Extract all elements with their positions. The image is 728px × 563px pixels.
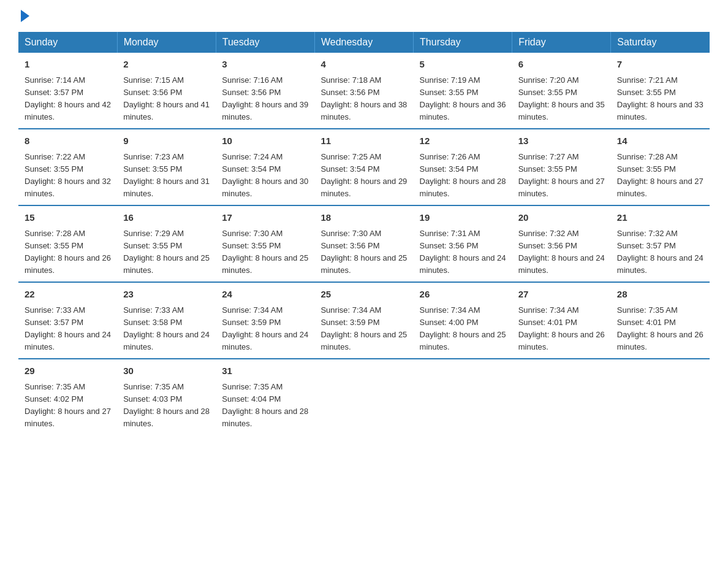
header-tuesday: Tuesday	[216, 32, 314, 53]
header-sunday: Sunday	[18, 32, 117, 53]
day-number: 19	[420, 211, 506, 225]
day-number: 8	[25, 134, 111, 148]
header-monday: Monday	[117, 32, 216, 53]
day-number: 29	[25, 364, 111, 378]
day-info: Sunrise: 7:33 AMSunset: 3:58 PMDaylight:…	[123, 304, 210, 354]
day-info: Sunrise: 7:23 AMSunset: 3:55 PMDaylight:…	[123, 151, 210, 201]
week-row-1: 1Sunrise: 7:14 AMSunset: 3:57 PMDaylight…	[18, 53, 710, 129]
day-info: Sunrise: 7:20 AMSunset: 3:55 PMDaylight:…	[518, 74, 605, 124]
day-info: Sunrise: 7:18 AMSunset: 3:56 PMDaylight:…	[320, 74, 407, 124]
day-number: 1	[25, 58, 111, 72]
day-info: Sunrise: 7:32 AMSunset: 3:56 PMDaylight:…	[518, 228, 605, 277]
day-info: Sunrise: 7:16 AMSunset: 3:56 PMDaylight:…	[222, 74, 308, 124]
week-row-4: 22Sunrise: 7:33 AMSunset: 3:57 PMDayligh…	[18, 282, 710, 359]
calendar-cell: 26Sunrise: 7:34 AMSunset: 4:00 PMDayligh…	[414, 282, 512, 359]
day-info: Sunrise: 7:15 AMSunset: 3:56 PMDaylight:…	[123, 74, 210, 124]
calendar-cell: 27Sunrise: 7:34 AMSunset: 4:01 PMDayligh…	[512, 282, 611, 359]
day-info: Sunrise: 7:29 AMSunset: 3:55 PMDaylight:…	[123, 228, 210, 277]
day-number: 6	[518, 58, 605, 72]
day-info: Sunrise: 7:25 AMSunset: 3:54 PMDaylight:…	[320, 151, 407, 201]
day-info: Sunrise: 7:28 AMSunset: 3:55 PMDaylight:…	[25, 228, 111, 277]
day-number: 14	[617, 134, 703, 148]
day-number: 18	[320, 211, 407, 225]
week-row-2: 8Sunrise: 7:22 AMSunset: 3:55 PMDaylight…	[18, 129, 710, 205]
week-row-5: 29Sunrise: 7:35 AMSunset: 4:02 PMDayligh…	[18, 359, 710, 435]
day-number: 23	[123, 288, 210, 302]
header-row: SundayMondayTuesdayWednesdayThursdayFrid…	[18, 32, 710, 53]
calendar-cell	[611, 359, 710, 435]
day-info: Sunrise: 7:27 AMSunset: 3:55 PMDaylight:…	[518, 151, 605, 201]
page-header	[18, 12, 710, 20]
day-info: Sunrise: 7:30 AMSunset: 3:55 PMDaylight:…	[222, 228, 308, 277]
day-number: 27	[518, 288, 605, 302]
logo	[18, 12, 29, 20]
day-info: Sunrise: 7:19 AMSunset: 3:55 PMDaylight:…	[420, 74, 506, 124]
day-info: Sunrise: 7:35 AMSunset: 4:03 PMDaylight:…	[123, 381, 210, 431]
day-number: 21	[617, 211, 703, 225]
day-number: 3	[222, 58, 308, 72]
calendar-cell	[512, 359, 611, 435]
day-info: Sunrise: 7:21 AMSunset: 3:55 PMDaylight:…	[617, 74, 703, 124]
day-info: Sunrise: 7:34 AMSunset: 3:59 PMDaylight:…	[222, 304, 308, 354]
calendar-cell: 21Sunrise: 7:32 AMSunset: 3:57 PMDayligh…	[611, 205, 710, 282]
day-info: Sunrise: 7:33 AMSunset: 3:57 PMDaylight:…	[25, 304, 111, 354]
day-number: 30	[123, 364, 210, 378]
calendar-cell: 16Sunrise: 7:29 AMSunset: 3:55 PMDayligh…	[117, 205, 216, 282]
calendar-cell: 4Sunrise: 7:18 AMSunset: 3:56 PMDaylight…	[314, 53, 413, 129]
calendar-cell: 28Sunrise: 7:35 AMSunset: 4:01 PMDayligh…	[611, 282, 710, 359]
day-info: Sunrise: 7:24 AMSunset: 3:54 PMDaylight:…	[222, 151, 308, 201]
day-number: 10	[222, 134, 308, 148]
day-number: 20	[518, 211, 605, 225]
calendar-cell: 18Sunrise: 7:30 AMSunset: 3:56 PMDayligh…	[314, 205, 413, 282]
day-info: Sunrise: 7:14 AMSunset: 3:57 PMDaylight:…	[25, 74, 111, 124]
calendar-cell	[414, 359, 512, 435]
day-info: Sunrise: 7:26 AMSunset: 3:54 PMDaylight:…	[420, 151, 506, 201]
day-number: 2	[123, 58, 210, 72]
day-info: Sunrise: 7:35 AMSunset: 4:04 PMDaylight:…	[222, 381, 308, 431]
calendar-cell: 31Sunrise: 7:35 AMSunset: 4:04 PMDayligh…	[216, 359, 314, 435]
calendar-cell: 1Sunrise: 7:14 AMSunset: 3:57 PMDaylight…	[18, 53, 117, 129]
week-row-3: 15Sunrise: 7:28 AMSunset: 3:55 PMDayligh…	[18, 205, 710, 282]
calendar-cell: 29Sunrise: 7:35 AMSunset: 4:02 PMDayligh…	[18, 359, 117, 435]
header-friday: Friday	[512, 32, 611, 53]
day-number: 5	[420, 58, 506, 72]
calendar-cell: 20Sunrise: 7:32 AMSunset: 3:56 PMDayligh…	[512, 205, 611, 282]
day-info: Sunrise: 7:34 AMSunset: 3:59 PMDaylight:…	[320, 304, 407, 354]
day-info: Sunrise: 7:34 AMSunset: 4:00 PMDaylight:…	[420, 304, 506, 354]
calendar-cell: 17Sunrise: 7:30 AMSunset: 3:55 PMDayligh…	[216, 205, 314, 282]
calendar-cell: 8Sunrise: 7:22 AMSunset: 3:55 PMDaylight…	[18, 129, 117, 205]
calendar-cell: 15Sunrise: 7:28 AMSunset: 3:55 PMDayligh…	[18, 205, 117, 282]
calendar-cell: 13Sunrise: 7:27 AMSunset: 3:55 PMDayligh…	[512, 129, 611, 205]
calendar-header: SundayMondayTuesdayWednesdayThursdayFrid…	[18, 32, 710, 53]
calendar-cell: 12Sunrise: 7:26 AMSunset: 3:54 PMDayligh…	[414, 129, 512, 205]
day-number: 31	[222, 364, 308, 378]
calendar-cell: 7Sunrise: 7:21 AMSunset: 3:55 PMDaylight…	[611, 53, 710, 129]
calendar-cell: 25Sunrise: 7:34 AMSunset: 3:59 PMDayligh…	[314, 282, 413, 359]
day-info: Sunrise: 7:34 AMSunset: 4:01 PMDaylight:…	[518, 304, 605, 354]
day-number: 11	[320, 134, 407, 148]
calendar-cell: 23Sunrise: 7:33 AMSunset: 3:58 PMDayligh…	[117, 282, 216, 359]
day-info: Sunrise: 7:35 AMSunset: 4:01 PMDaylight:…	[617, 304, 703, 354]
calendar-cell: 9Sunrise: 7:23 AMSunset: 3:55 PMDaylight…	[117, 129, 216, 205]
day-number: 16	[123, 211, 210, 225]
day-number: 24	[222, 288, 308, 302]
calendar-cell: 6Sunrise: 7:20 AMSunset: 3:55 PMDaylight…	[512, 53, 611, 129]
header-thursday: Thursday	[414, 32, 512, 53]
day-number: 25	[320, 288, 407, 302]
day-number: 22	[25, 288, 111, 302]
day-number: 9	[123, 134, 210, 148]
day-number: 4	[320, 58, 407, 72]
calendar-cell: 24Sunrise: 7:34 AMSunset: 3:59 PMDayligh…	[216, 282, 314, 359]
header-wednesday: Wednesday	[314, 32, 413, 53]
day-number: 15	[25, 211, 111, 225]
calendar-cell: 3Sunrise: 7:16 AMSunset: 3:56 PMDaylight…	[216, 53, 314, 129]
calendar-cell: 14Sunrise: 7:28 AMSunset: 3:55 PMDayligh…	[611, 129, 710, 205]
logo-triangle-icon	[21, 10, 29, 22]
day-number: 12	[420, 134, 506, 148]
day-number: 13	[518, 134, 605, 148]
calendar-cell: 5Sunrise: 7:19 AMSunset: 3:55 PMDaylight…	[414, 53, 512, 129]
calendar-body: 1Sunrise: 7:14 AMSunset: 3:57 PMDaylight…	[18, 53, 710, 435]
calendar-cell	[314, 359, 413, 435]
calendar-cell: 2Sunrise: 7:15 AMSunset: 3:56 PMDaylight…	[117, 53, 216, 129]
header-saturday: Saturday	[611, 32, 710, 53]
